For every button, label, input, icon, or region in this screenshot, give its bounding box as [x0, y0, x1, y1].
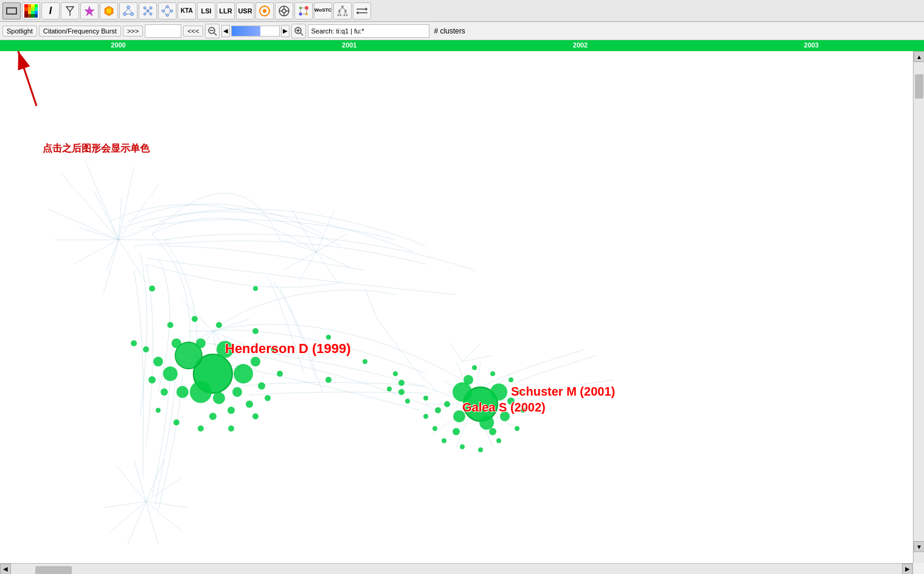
svg-point-6 [123, 12, 127, 15]
mono-button[interactable] [2, 2, 21, 19]
svg-line-120 [377, 319, 395, 343]
svg-line-76 [119, 167, 134, 240]
net3-button[interactable] [158, 2, 176, 19]
svg-point-152 [271, 346, 277, 352]
circle-button[interactable] [255, 2, 274, 19]
scroll-thumb[interactable] [915, 74, 923, 99]
spotlight-button[interactable]: Spotlight [2, 26, 37, 37]
timeline-slider[interactable]: ◀ ▶ [221, 25, 290, 37]
svg-point-140 [251, 357, 260, 366]
slider-left-arrow[interactable]: ◀ [221, 25, 230, 37]
svg-point-155 [252, 413, 259, 419]
svg-line-17 [148, 8, 151, 11]
net2-button[interactable] [139, 2, 157, 19]
wostc-button[interactable]: WoSTC [314, 2, 332, 19]
prev-button[interactable]: <<< [183, 26, 203, 37]
svg-line-18 [145, 11, 148, 14]
svg-point-45 [338, 10, 341, 12]
vertical-scrollbar[interactable]: ▲ ▼ [913, 51, 924, 563]
scroll-right-arrow[interactable]: ▶ [902, 564, 913, 575]
svg-line-9 [128, 9, 132, 13]
svg-point-44 [341, 5, 344, 8]
svg-point-7 [131, 12, 134, 15]
svg-point-180 [435, 407, 441, 413]
year-2002: 2002 [573, 41, 588, 49]
usr-button[interactable]: USR [236, 2, 254, 19]
slider-track[interactable] [231, 26, 280, 37]
svg-point-47 [338, 14, 339, 16]
filter-button[interactable] [61, 2, 79, 19]
svg-point-49 [344, 14, 346, 16]
page-input[interactable] [145, 24, 181, 38]
svg-marker-58 [366, 7, 367, 11]
svg-point-132 [234, 364, 253, 383]
svg-line-91 [182, 301, 213, 331]
svg-point-164 [325, 377, 332, 383]
svg-point-135 [213, 392, 225, 404]
zoom-out-button[interactable] [205, 24, 220, 38]
svg-point-130 [190, 381, 212, 403]
svg-line-78 [79, 228, 119, 240]
dots-button[interactable] [294, 2, 313, 19]
svg-point-138 [196, 338, 206, 348]
svg-point-196 [387, 387, 392, 391]
kta-button[interactable]: KTA [178, 2, 196, 19]
scroll-down-arrow[interactable]: ▼ [914, 541, 924, 552]
cluster-hex-button[interactable] [100, 2, 118, 19]
svg-point-173 [453, 410, 465, 422]
svg-point-133 [163, 366, 178, 381]
svg-point-142 [148, 376, 156, 383]
scroll-thumb-h[interactable] [35, 566, 72, 575]
network-canvas[interactable]: .edge { stroke: #aaccdd; stroke-width: 0… [0, 51, 912, 574]
usr-label: USR [238, 7, 252, 15]
scroll-up-arrow[interactable]: ▲ [914, 51, 924, 62]
svg-point-29 [263, 9, 266, 13]
svg-point-175 [464, 375, 473, 385]
svg-line-55 [344, 12, 346, 15]
svg-line-122 [414, 368, 438, 392]
text-button[interactable]: I [41, 2, 60, 19]
svg-point-160 [149, 285, 155, 292]
tree-button[interactable] [333, 2, 352, 19]
next-button[interactable]: >>> [123, 26, 143, 37]
svg-line-27 [168, 11, 170, 15]
main-toolbar: I [0, 0, 924, 22]
svg-point-21 [166, 5, 168, 8]
svg-line-68 [61, 173, 119, 240]
svg-point-141 [161, 388, 168, 396]
svg-point-194 [398, 380, 405, 386]
svg-point-189 [521, 408, 526, 413]
svg-line-72 [103, 240, 119, 295]
svg-line-83 [292, 209, 316, 252]
svg-point-183 [432, 426, 437, 431]
slider-right-arrow[interactable]: ▶ [281, 25, 290, 37]
svg-line-110 [134, 459, 146, 502]
scroll-left-arrow[interactable]: ◀ [0, 564, 11, 575]
svg-point-46 [344, 10, 347, 12]
cluster-star-button[interactable] [80, 2, 99, 19]
svg-marker-4 [106, 8, 111, 14]
svg-point-151 [252, 328, 259, 334]
svg-point-50 [346, 14, 348, 16]
llr-button[interactable]: LLR [217, 2, 235, 19]
svg-point-177 [489, 428, 496, 435]
link-button[interactable] [275, 2, 293, 19]
svg-point-182 [423, 414, 428, 419]
svg-point-162 [253, 286, 258, 291]
svg-point-193 [472, 365, 477, 370]
colormap-button[interactable] [22, 2, 40, 19]
horizontal-scrollbar[interactable]: ◀ ▶ [0, 563, 913, 574]
svg-point-161 [131, 340, 137, 346]
svg-point-166 [393, 371, 398, 376]
zoom-in-button[interactable] [291, 24, 306, 38]
search-input[interactable] [308, 24, 429, 38]
svg-point-187 [496, 438, 501, 443]
lsi-button[interactable]: LSI [197, 2, 215, 19]
net1-button[interactable] [119, 2, 137, 19]
svg-point-172 [479, 415, 494, 430]
svg-point-163 [326, 335, 331, 340]
arrows-button[interactable] [353, 2, 371, 19]
timeline-bar: 2000 2001 2002 2003 [0, 40, 924, 51]
citation-burst-button[interactable]: Citation/Frequency Burst [39, 26, 121, 37]
svg-point-147 [143, 346, 149, 352]
